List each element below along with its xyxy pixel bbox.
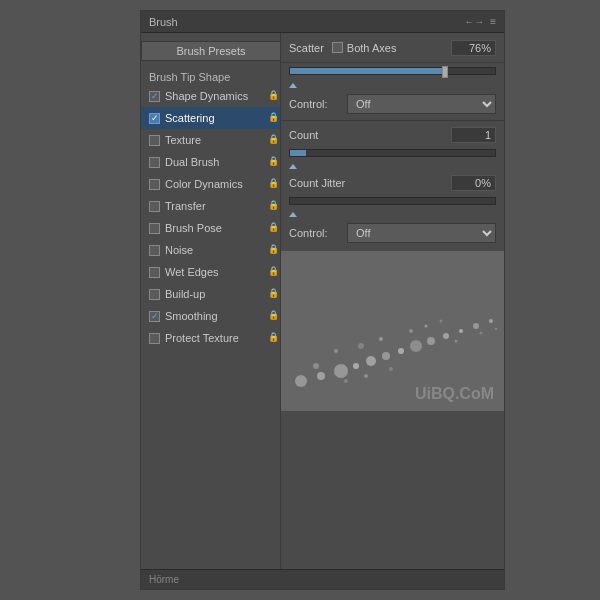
menu-item-checkbox-9[interactable] [149,289,160,300]
panel-header: Brush ←→ ≡ [141,11,504,33]
svg-point-17 [409,329,413,333]
menu-item-checkbox-11[interactable] [149,333,160,344]
panel-title: Brush [149,16,178,28]
sidebar-item-smoothing[interactable]: Smoothing🔒 [141,305,280,327]
lock-icon-3: 🔒 [268,156,278,168]
divider-1 [281,120,504,121]
svg-point-26 [495,328,497,330]
sidebar-item-shape-dynamics[interactable]: Shape Dynamics🔒 [141,85,280,107]
menu-item-checkbox-4[interactable] [149,179,160,190]
count-slider[interactable] [289,149,496,157]
svg-point-18 [425,325,428,328]
count-slider-container [281,147,504,159]
menu-item-checkbox-8[interactable] [149,267,160,278]
menu-item-label-3: Dual Brush [165,156,272,168]
scatter-slider-container [281,63,504,77]
brush-presets-button[interactable]: Brush Presets [141,41,281,61]
menu-item-checkbox-10[interactable] [149,311,160,322]
svg-point-14 [334,349,338,353]
svg-point-21 [344,379,348,383]
svg-point-23 [389,367,393,371]
lock-icon-7: 🔒 [268,244,278,256]
lock-icon-8: 🔒 [268,266,278,278]
menu-item-checkbox-2[interactable] [149,135,160,146]
menu-items-list: Shape Dynamics🔒Scattering🔒Texture🔒Dual B… [141,85,280,349]
menu-item-checkbox-1[interactable] [149,113,160,124]
lock-icon-1: 🔒 [268,112,278,124]
svg-point-24 [455,340,458,343]
control-label-1: Control: [289,98,339,110]
svg-point-5 [382,352,390,360]
sidebar-item-build-up[interactable]: Build-up🔒 [141,283,280,305]
left-panel: Brush Presets Brush Tip Shape Shape Dyna… [141,33,281,589]
sidebar-item-wet-edges[interactable]: Wet Edges🔒 [141,261,280,283]
menu-item-checkbox-3[interactable] [149,157,160,168]
svg-point-11 [473,323,479,329]
scatter-percent-input[interactable] [451,40,496,56]
scatter-triangle-icon [289,83,297,88]
count-jitter-slider-container [281,195,504,207]
scatter-slider[interactable] [289,67,496,75]
sidebar-item-texture[interactable]: Texture🔒 [141,129,280,151]
count-jitter-row: Count Jitter [281,171,504,195]
lock-icon-4: 🔒 [268,178,278,190]
lock-icon-10: 🔒 [268,310,278,322]
lock-icon-2: 🔒 [268,134,278,146]
control-select-1[interactable]: Off [347,94,496,114]
count-triangle-icon [289,164,297,169]
sidebar-item-color-dynamics[interactable]: Color Dynamics🔒 [141,173,280,195]
menu-item-checkbox-6[interactable] [149,223,160,234]
sidebar-item-brush-pose[interactable]: Brush Pose🔒 [141,217,280,239]
sidebar-item-protect-texture[interactable]: Protect Texture🔒 [141,327,280,349]
count-jitter-slider[interactable] [289,197,496,205]
bottom-status: Hörme [149,574,179,585]
control-label-2: Control: [289,227,339,239]
both-axes-check[interactable]: Both Axes [332,42,397,54]
lock-icon-11: 🔒 [268,332,278,344]
scatter-triangle [281,77,504,90]
svg-point-10 [459,329,463,333]
menu-item-label-7: Noise [165,244,272,256]
panel-body: Brush Presets Brush Tip Shape Shape Dyna… [141,33,504,589]
canvas-preview: UiBQ.CoM [281,251,504,411]
both-axes-checkbox[interactable] [332,42,343,53]
menu-item-checkbox-7[interactable] [149,245,160,256]
svg-point-4 [366,356,376,366]
count-label: Count [289,129,451,141]
count-jitter-triangle [281,207,504,219]
menu-item-label-8: Wet Edges [165,266,272,278]
bottom-bar: Hörme [141,569,504,589]
menu-item-checkbox-5[interactable] [149,201,160,212]
watermark: UiBQ.CoM [415,385,494,403]
lock-icon-6: 🔒 [268,222,278,234]
scatter-slider-thumb [442,66,448,78]
svg-point-12 [489,319,493,323]
svg-point-22 [364,374,368,378]
svg-point-3 [353,363,359,369]
sidebar-item-transfer[interactable]: Transfer🔒 [141,195,280,217]
lock-icon-9: 🔒 [268,288,278,300]
control-select-2[interactable]: Off [347,223,496,243]
both-axes-label: Both Axes [347,42,397,54]
brush-panel: Brush ←→ ≡ Brush Presets Brush Tip Shape… [140,10,505,590]
menu-item-label-11: Protect Texture [165,332,272,344]
svg-point-7 [410,340,422,352]
svg-point-8 [427,337,435,345]
count-jitter-input[interactable] [451,175,496,191]
scatter-label: Scatter [289,42,324,54]
minimize-icon[interactable]: ←→ [464,16,484,27]
sidebar-item-scattering[interactable]: Scattering🔒 [141,107,280,129]
count-input[interactable] [451,127,496,143]
menu-item-checkbox-0[interactable] [149,91,160,102]
brush-tip-shape-label: Brush Tip Shape [141,67,280,85]
control-row-1: Control: Off [281,90,504,118]
sidebar-item-noise[interactable]: Noise🔒 [141,239,280,261]
svg-point-1 [317,372,325,380]
svg-point-19 [440,320,443,323]
menu-icon[interactable]: ≡ [490,16,496,27]
menu-item-label-10: Smoothing [165,310,272,322]
menu-item-label-5: Transfer [165,200,272,212]
svg-point-2 [334,364,348,378]
sidebar-item-dual-brush[interactable]: Dual Brush🔒 [141,151,280,173]
menu-item-label-4: Color Dynamics [165,178,272,190]
